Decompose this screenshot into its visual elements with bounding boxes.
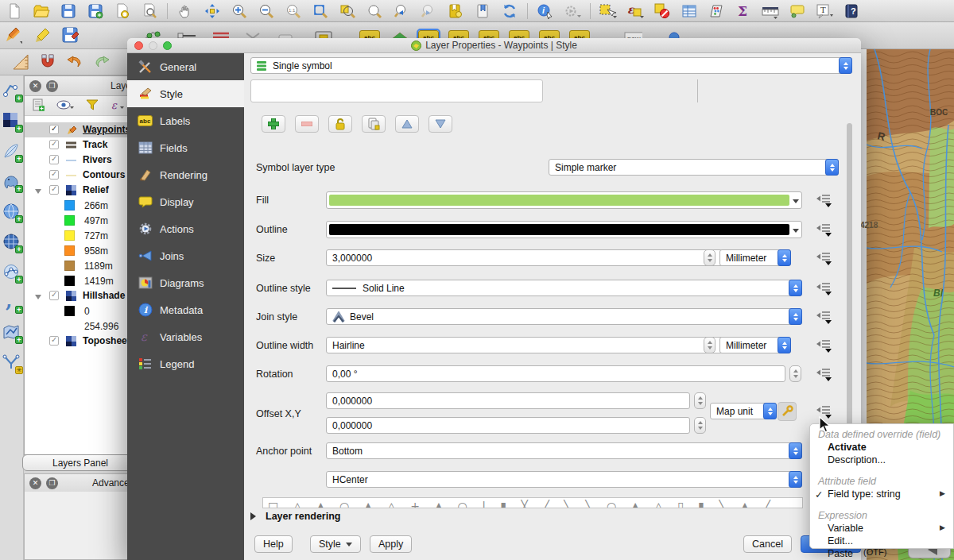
refresh-icon[interactable] bbox=[500, 2, 519, 21]
expression-filter-icon[interactable]: ε bbox=[111, 98, 128, 114]
close-window-icon[interactable] bbox=[134, 41, 143, 50]
anchor-vertical-combo[interactable]: Bottom bbox=[326, 442, 802, 459]
color-dropdown-icon[interactable] bbox=[793, 199, 799, 207]
menu-item-description[interactable]: Description... bbox=[810, 454, 953, 466]
add-wcs-layer-icon[interactable]: + bbox=[2, 233, 21, 252]
layer-checkbox[interactable] bbox=[49, 125, 59, 134]
zoom-window-icon[interactable] bbox=[163, 41, 172, 50]
redo-icon[interactable] bbox=[92, 52, 111, 71]
layer-checkbox[interactable] bbox=[49, 291, 59, 300]
fill-data-defined-button[interactable] bbox=[815, 191, 833, 209]
add-postgis-layer-icon[interactable]: + bbox=[2, 172, 21, 191]
map-tips-icon[interactable] bbox=[788, 2, 807, 21]
project-save-icon[interactable] bbox=[59, 2, 78, 21]
size-unit-combo[interactable]: Millimeter bbox=[719, 249, 791, 266]
layer-checkbox[interactable] bbox=[49, 185, 59, 195]
add-wms-layer-icon[interactable]: + bbox=[2, 203, 21, 222]
zoom-layer-icon[interactable] bbox=[365, 2, 384, 21]
outline-width-stepper[interactable] bbox=[704, 337, 716, 353]
panel-close-icon[interactable]: ✕ bbox=[29, 80, 41, 92]
offset-x-input[interactable]: 0,000000 bbox=[326, 392, 690, 409]
expander-open-icon[interactable] bbox=[35, 295, 41, 303]
minimize-window-icon[interactable] bbox=[149, 41, 157, 50]
cancel-button[interactable]: Cancel bbox=[743, 535, 792, 553]
zoom-native-icon[interactable]: 1:1 bbox=[284, 2, 303, 21]
deselect-all-icon[interactable] bbox=[653, 2, 672, 21]
tab-style[interactable]: Style bbox=[127, 80, 244, 107]
attribute-table-icon[interactable] bbox=[680, 2, 699, 21]
add-spatialite-layer-icon[interactable]: + bbox=[2, 142, 21, 161]
statistics-icon[interactable]: Σ bbox=[734, 2, 753, 21]
panel-float-icon[interactable]: ❐ bbox=[46, 477, 58, 489]
identify-icon[interactable]: i bbox=[536, 2, 555, 21]
combo-spin-icon[interactable] bbox=[789, 308, 802, 325]
symbol-preview-box[interactable] bbox=[250, 79, 543, 102]
outline-width-data-defined-button[interactable] bbox=[815, 337, 833, 354]
tab-metadata[interactable]: i Metadata bbox=[127, 296, 244, 323]
select-features-icon[interactable] bbox=[599, 2, 618, 21]
zoom-next-icon[interactable] bbox=[419, 2, 438, 21]
snapping-icon[interactable] bbox=[38, 52, 57, 71]
combo-spin-icon[interactable] bbox=[789, 280, 802, 296]
save-layer-edits-icon[interactable] bbox=[60, 26, 80, 45]
measure-icon[interactable] bbox=[761, 2, 780, 21]
tab-display[interactable]: Display bbox=[127, 188, 244, 215]
pan-move-icon[interactable] bbox=[203, 2, 222, 21]
combo-spin-icon[interactable] bbox=[778, 337, 791, 353]
composer-manager-icon[interactable] bbox=[140, 2, 159, 21]
composer-new-icon[interactable] bbox=[113, 2, 132, 21]
measure-angle-icon[interactable] bbox=[11, 52, 30, 71]
size-stepper[interactable] bbox=[704, 249, 716, 266]
move-down-button[interactable] bbox=[429, 115, 452, 133]
layer-checkbox[interactable] bbox=[49, 336, 59, 346]
offset-y-stepper[interactable] bbox=[694, 417, 706, 434]
project-save-as-icon[interactable] bbox=[86, 2, 105, 21]
layer-checkbox[interactable] bbox=[49, 155, 59, 164]
rotation-stepper[interactable] bbox=[789, 365, 801, 382]
zoom-full-icon[interactable] bbox=[311, 2, 330, 21]
manage-visibility-icon[interactable] bbox=[56, 98, 74, 114]
symbol-layer-type-combo[interactable]: Simple marker bbox=[549, 159, 839, 176]
outline-width-unit-combo[interactable]: Millimeter bbox=[719, 337, 791, 353]
layers-panel-tab[interactable]: Layers Panel bbox=[22, 454, 138, 471]
tab-variables[interactable]: ε Variables bbox=[127, 323, 244, 350]
run-feature-action-icon[interactable] bbox=[563, 2, 582, 21]
pan-map-icon[interactable] bbox=[176, 2, 195, 21]
layer-checkbox[interactable] bbox=[49, 140, 59, 149]
offset-y-input[interactable]: 0,000000 bbox=[326, 417, 690, 434]
zoom-selection-icon[interactable] bbox=[338, 2, 357, 21]
tab-labels[interactable]: abc Labels bbox=[127, 107, 244, 134]
panel-close-icon[interactable]: ✕ bbox=[29, 477, 41, 489]
join-style-combo[interactable]: Bevel bbox=[326, 308, 802, 325]
new-geometry-layer-icon[interactable]: ✳ bbox=[2, 353, 21, 373]
project-open-icon[interactable] bbox=[32, 2, 51, 21]
undo-icon[interactable] bbox=[65, 52, 84, 71]
lock-symbol-layer-button[interactable] bbox=[328, 115, 352, 133]
help-button[interactable]: Help bbox=[254, 535, 293, 553]
join-style-data-defined-button[interactable] bbox=[815, 308, 833, 326]
zoom-last-icon[interactable] bbox=[392, 2, 411, 21]
style-menu-button[interactable]: Style bbox=[310, 535, 361, 553]
combo-spin-icon[interactable] bbox=[763, 403, 777, 419]
menu-item-paste[interactable]: Paste bbox=[810, 547, 953, 560]
current-edits-icon[interactable] bbox=[3, 26, 22, 45]
offset-x-stepper[interactable] bbox=[694, 392, 706, 409]
fill-color-button[interactable] bbox=[326, 191, 802, 209]
tab-rendering[interactable]: Rendering bbox=[127, 161, 244, 188]
tab-general[interactable]: General bbox=[127, 53, 244, 80]
zoom-out-icon[interactable] bbox=[257, 2, 276, 21]
apply-button[interactable]: Apply bbox=[370, 535, 412, 553]
outline-color-button[interactable] bbox=[326, 221, 802, 238]
help-icon[interactable]: ? bbox=[842, 2, 861, 21]
combo-spin-icon[interactable] bbox=[789, 471, 802, 488]
layer-rendering-section[interactable]: Layer rendering bbox=[250, 511, 340, 522]
expander-open-icon[interactable] bbox=[35, 189, 41, 197]
anchor-horizontal-combo[interactable]: HCenter bbox=[326, 471, 802, 488]
panel-float-icon[interactable]: ❐ bbox=[46, 80, 58, 92]
bookmark-show-icon[interactable] bbox=[473, 2, 492, 21]
menu-item-variable[interactable]: Variable bbox=[810, 522, 953, 535]
menu-item-activate[interactable]: Activate bbox=[810, 441, 953, 454]
add-wfs-layer-icon[interactable]: + bbox=[2, 263, 21, 282]
project-new-icon[interactable] bbox=[5, 2, 24, 21]
rotation-input[interactable]: 0,00 ° bbox=[326, 365, 785, 382]
